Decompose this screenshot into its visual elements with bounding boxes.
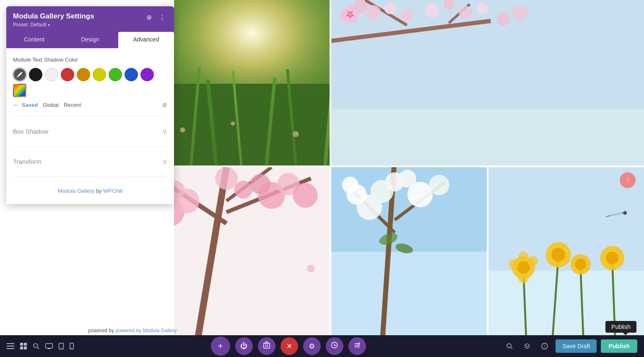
modula-gallery-link[interactable]: Modula Gallery: [58, 188, 94, 194]
scroll-up-button[interactable]: ↑: [620, 172, 636, 188]
svg-point-29: [513, 5, 528, 20]
toolbar-right: ? Save Draft Publish: [496, 339, 644, 353]
settings-button[interactable]: ⚙: [303, 337, 321, 355]
tab-design[interactable]: Design: [62, 32, 118, 48]
tablet-view-icon[interactable]: [59, 343, 64, 349]
svg-point-71: [517, 261, 530, 274]
svg-point-84: [623, 211, 627, 215]
gallery-image-pink-cherry: [174, 167, 330, 336]
more-options-icon[interactable]: ⋮: [157, 12, 167, 22]
swatch-gradient[interactable]: [13, 84, 26, 97]
divider-2: [13, 146, 167, 147]
svg-point-42: [250, 174, 270, 194]
svg-line-4: [191, 67, 200, 166]
svg-point-44: [215, 167, 238, 190]
power-icon: ⏻: [240, 342, 247, 350]
svg-line-7: [267, 78, 275, 166]
swatch-purple[interactable]: [140, 68, 154, 81]
swatch-yellow[interactable]: [93, 68, 106, 81]
color-settings-gear-icon[interactable]: ⚙: [162, 102, 167, 109]
scroll-up-icon: ↑: [626, 176, 629, 184]
svg-rect-2: [174, 84, 330, 166]
sort-icon: [354, 342, 361, 351]
more-dots-button[interactable]: ···: [13, 101, 17, 109]
svg-point-23: [425, 3, 439, 18]
svg-point-101: [71, 348, 72, 349]
panel-body: Module Text Shadow Color ··· Saved Globa…: [6, 48, 174, 204]
svg-rect-50: [331, 252, 487, 336]
svg-rect-92: [24, 347, 27, 349]
wpchill-link[interactable]: WPChill: [103, 188, 122, 194]
save-draft-button[interactable]: Save Draft: [556, 339, 597, 353]
color-subtab-recent[interactable]: Recent: [64, 102, 81, 108]
history-button[interactable]: [326, 337, 343, 355]
grid-layout-icon[interactable]: [20, 343, 27, 349]
footer-credit-link[interactable]: powered by Modula Gallery: [115, 328, 177, 334]
svg-point-77: [606, 252, 618, 264]
color-subtab-saved[interactable]: Saved: [22, 102, 38, 108]
svg-point-93: [34, 344, 38, 348]
svg-line-114: [511, 347, 512, 349]
svg-point-22: [401, 8, 413, 21]
color-swatches-row: [13, 68, 167, 97]
hamburger-menu-icon[interactable]: [7, 343, 14, 349]
desktop-view-icon[interactable]: [45, 343, 53, 349]
publish-button[interactable]: Publish: [601, 339, 637, 353]
svg-rect-90: [24, 343, 27, 346]
layers-icon[interactable]: [520, 339, 534, 353]
svg-point-20: [384, 3, 396, 14]
svg-marker-115: [525, 344, 530, 347]
clock-icon: [331, 341, 338, 351]
color-section-label: Module Text Shadow Color: [13, 57, 167, 63]
panel-preset[interactable]: Preset: Default ▾: [13, 22, 94, 28]
box-shadow-section[interactable]: Box Shadow ∨: [13, 123, 167, 140]
svg-text:?: ?: [544, 344, 546, 349]
toolbar-left: [0, 343, 80, 349]
divider-3: [13, 176, 167, 177]
svg-point-60: [399, 170, 416, 187]
box-shadow-arrow: ∨: [162, 127, 167, 135]
close-toolbar-button[interactable]: ✕: [280, 337, 298, 355]
svg-point-59: [429, 175, 449, 195]
svg-point-78: [509, 259, 519, 269]
svg-rect-87: [7, 346, 14, 347]
svg-point-11: [180, 127, 185, 132]
tab-content[interactable]: Content: [6, 32, 62, 48]
svg-rect-91: [20, 347, 23, 349]
tab-advanced[interactable]: Advanced: [118, 32, 174, 48]
svg-point-48: [307, 264, 315, 272]
gallery-image-white-flowers: [331, 167, 487, 336]
color-subtab-global[interactable]: Global: [43, 102, 59, 108]
trash-button[interactable]: [258, 337, 275, 355]
swatch-green[interactable]: [109, 68, 122, 81]
target-icon[interactable]: ⊕: [144, 12, 154, 22]
swatch-black[interactable]: [29, 68, 42, 81]
gallery-image-grass: [174, 0, 330, 166]
transform-label: Transform: [13, 158, 42, 165]
toolbar-search-icon[interactable]: [503, 339, 516, 353]
swatch-blue[interactable]: [125, 68, 138, 81]
svg-point-45: [234, 181, 252, 199]
trash-icon: [263, 341, 270, 351]
svg-point-28: [497, 12, 510, 26]
svg-rect-1: [174, 0, 330, 166]
settings-panel: Modula Gallery Settings Preset: Default …: [6, 6, 174, 204]
svg-line-5: [208, 80, 216, 166]
search-icon[interactable]: [33, 343, 39, 349]
box-shadow-label: Box Shadow: [13, 128, 48, 135]
svg-point-80: [518, 252, 528, 262]
mobile-view-icon[interactable]: [70, 343, 74, 349]
swatch-eyedropper[interactable]: [13, 68, 26, 81]
svg-point-43: [293, 183, 318, 208]
add-element-button[interactable]: +: [211, 336, 230, 356]
swatch-red[interactable]: [61, 68, 74, 81]
svg-point-61: [342, 177, 358, 193]
add-icon: +: [218, 341, 223, 351]
svg-point-79: [528, 256, 538, 266]
help-icon[interactable]: ?: [538, 339, 551, 353]
transform-section[interactable]: Transform ∨: [13, 153, 167, 170]
power-button[interactable]: ⏻: [235, 337, 253, 355]
swatch-orange[interactable]: [77, 68, 90, 81]
swatch-white[interactable]: [45, 68, 58, 81]
sort-button[interactable]: [348, 337, 366, 355]
